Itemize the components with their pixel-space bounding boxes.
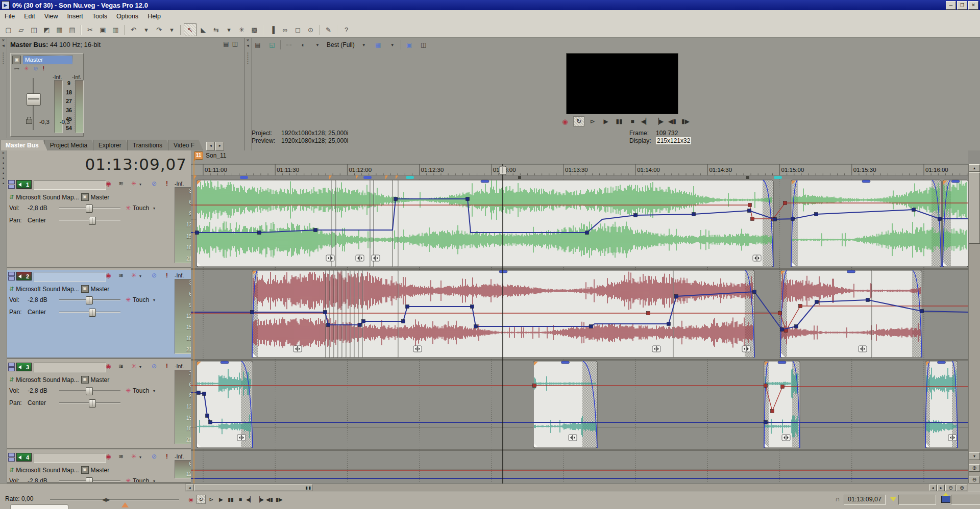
save-as-button[interactable]: ◩: [41, 24, 53, 36]
rate-marker-icon[interactable]: [121, 502, 129, 507]
automation-gear-icon[interactable]: ✳: [126, 387, 131, 394]
tab-project-media[interactable]: Project Media: [44, 140, 96, 150]
project-properties-button[interactable]: ▤: [66, 24, 78, 36]
redo-button[interactable]: ↷: [153, 24, 165, 36]
track-name-field[interactable]: [34, 180, 106, 190]
tool-dropdown[interactable]: ▾: [223, 24, 235, 36]
menu-insert[interactable]: Insert: [63, 11, 88, 21]
cursor-position-box[interactable]: 01:13:09,07: [844, 495, 886, 505]
collapse-icon[interactable]: ◂: [247, 43, 249, 48]
copy-button[interactable]: ▣: [97, 24, 109, 36]
play-from-start-button[interactable]: ⊳: [207, 495, 215, 503]
zoom-tool-button[interactable]: ⊙: [305, 24, 316, 36]
close-icon[interactable]: ×: [2, 38, 5, 43]
next-frame-button[interactable]: ▮▶: [680, 117, 691, 126]
solo-button[interactable]: !: [166, 180, 168, 187]
master-fader[interactable]: [27, 93, 41, 106]
marker-tool-icon[interactable]: [890, 497, 896, 501]
paint-tool-button[interactable]: ▩: [249, 24, 260, 36]
pan-slider[interactable]: [59, 399, 120, 406]
spectrum-tool-button[interactable]: ✳: [236, 24, 248, 36]
mute-button[interactable]: ⊘: [152, 272, 157, 279]
envelope-edit-tool-button[interactable]: ◣: [198, 24, 209, 36]
scroll-down-icon[interactable]: ▾: [969, 452, 980, 460]
save-snapshot-icon[interactable]: ◫: [418, 40, 430, 50]
fx-dropdown-icon[interactable]: ▾: [139, 182, 141, 187]
pan-slider[interactable]: [59, 309, 120, 316]
record-arm-button[interactable]: ◉: [106, 272, 111, 279]
vol-value[interactable]: -2,8 dB: [28, 387, 59, 394]
record-button[interactable]: ◉: [560, 117, 570, 126]
track-header-4[interactable]: 4◉≋✳▾⊘!-Inf.⇵Microsoft Sound Map...▣Mast…: [7, 451, 191, 483]
track-zoom-out-icon[interactable]: ⊖: [969, 476, 980, 483]
pause-button[interactable]: ▮▮: [227, 495, 235, 503]
loop-region-icon[interactable]: [941, 496, 950, 503]
pan-value[interactable]: Center: [28, 309, 59, 316]
routing-icon[interactable]: ⇵: [9, 194, 14, 200]
track-minimize-buttons[interactable]: [8, 272, 15, 281]
next-frame-button[interactable]: ▮▶: [275, 495, 283, 503]
fx-dropdown-icon[interactable]: ▾: [139, 274, 141, 278]
tab-master-bus[interactable]: Master Bus: [0, 140, 47, 150]
quality-dropdown-icon[interactable]: ▼: [311, 40, 324, 50]
vol-slider[interactable]: [59, 296, 120, 303]
pencil-tool-button[interactable]: ✎: [323, 24, 334, 36]
tab-explorer[interactable]: Explorer: [93, 140, 130, 150]
track-fx-button[interactable]: ✳: [131, 453, 136, 460]
fx-dropdown-icon[interactable]: ▾: [139, 455, 141, 460]
overlays-grid-icon[interactable]: ▦: [372, 40, 384, 50]
track-fx-button[interactable]: ✳: [131, 180, 136, 187]
menu-edit[interactable]: Edit: [19, 11, 40, 21]
panel-dock-strip[interactable]: ×◂••••••: [0, 38, 7, 138]
stop-button[interactable]: ■: [627, 117, 638, 126]
track-header-3[interactable]: 3◉≋✳▾⊘!-Inf.⇵Microsoft Sound Map...▣Mast…: [7, 361, 191, 449]
vol-value[interactable]: -2.8 dB: [28, 477, 59, 483]
mute-button[interactable]: ⊘: [152, 453, 157, 460]
solo-button[interactable]: !: [166, 272, 168, 279]
undo-dropdown[interactable]: ▾: [140, 24, 152, 36]
tab-scroll-left-icon[interactable]: ◂: [206, 142, 215, 150]
pan-value[interactable]: Center: [28, 399, 59, 406]
go-to-end-button[interactable]: ▕▶: [654, 117, 664, 126]
mute-button[interactable]: ⊘: [152, 180, 157, 187]
vol-slider[interactable]: [59, 205, 120, 212]
render-as-button[interactable]: ▦: [54, 24, 65, 36]
preview-quality-icon[interactable]: ◐: [297, 40, 309, 50]
preview-quality-label[interactable]: Best (Full): [326, 41, 356, 48]
tab-video-f[interactable]: Video F: [168, 140, 203, 150]
split-screen-icon[interactable]: ⊶: [283, 40, 295, 50]
automation-mode[interactable]: Touch: [133, 296, 149, 303]
menu-tools[interactable]: Tools: [88, 11, 112, 21]
marker-flag-icon[interactable]: 11: [194, 151, 203, 160]
minimize-button[interactable]: ─: [946, 1, 956, 10]
automation-dropdown-icon[interactable]: ▾: [153, 206, 155, 211]
selection-edit-tool-button[interactable]: ⇆: [210, 24, 222, 36]
track-name-field[interactable]: [34, 272, 106, 282]
track-zoom-in-icon[interactable]: ⊕: [969, 464, 980, 472]
track-number[interactable]: 1: [16, 180, 32, 189]
track-name-field[interactable]: [34, 363, 106, 372]
track-number[interactable]: 4: [16, 453, 32, 462]
fx-dropdown-icon[interactable]: ▾: [139, 365, 141, 369]
menu-file[interactable]: File: [0, 11, 19, 21]
pause-button[interactable]: ▮▮: [614, 117, 624, 126]
solo-icon[interactable]: !: [42, 65, 44, 72]
normal-edit-tool-button[interactable]: ↖: [184, 23, 197, 36]
bus-assign-icon[interactable]: ▣: [81, 285, 89, 293]
undo-button[interactable]: ↶: [128, 24, 139, 36]
project-properties-icon[interactable]: ▤: [252, 40, 264, 50]
restore-button[interactable]: ❐: [957, 1, 967, 10]
routing-icon[interactable]: ⇵: [9, 467, 14, 473]
loop-playback-button[interactable]: ↻: [197, 495, 206, 504]
scroll-left-icon[interactable]: ◂: [186, 485, 193, 491]
rate-slider-track[interactable]: [50, 499, 179, 500]
close-icon[interactable]: ×: [2, 150, 5, 156]
automation-gear-icon[interactable]: ✳: [126, 296, 131, 303]
bus-list-icon[interactable]: ▤: [223, 40, 229, 47]
automation-mode[interactable]: Touch: [133, 477, 149, 483]
track-envelope-icon[interactable]: ≋: [118, 453, 124, 460]
bus-assign-icon[interactable]: ▣: [81, 193, 89, 201]
bus-name-field[interactable]: Master: [23, 56, 72, 64]
vol-value[interactable]: -2,8 dB: [28, 205, 59, 212]
play-from-start-button[interactable]: ⊳: [587, 117, 598, 126]
